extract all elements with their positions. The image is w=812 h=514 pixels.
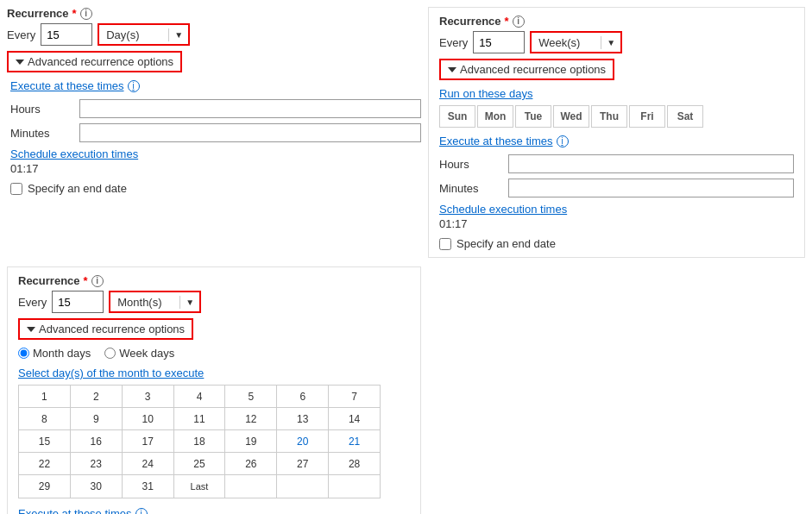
month-unit-arrow[interactable]: ▼ [179,296,199,309]
week-day-sat[interactable]: Sat [667,105,703,128]
calendar-row-5: 29 30 31 Last [19,475,380,498]
month-recurrence-header: Recurrence * i [18,274,410,287]
cal-19[interactable]: 19 [225,430,277,453]
day-every-label: Every [7,28,35,41]
cal-20[interactable]: 20 [277,430,329,453]
month-days-radio[interactable] [18,348,29,359]
week-execute-link[interactable]: Execute at these times i [439,135,794,147]
day-execute-info: i [128,80,140,92]
month-execute-info: i [135,508,148,515]
cal-21[interactable]: 21 [329,430,380,453]
cal-23[interactable]: 23 [71,453,123,475]
calendar-row-1: 1 2 3 4 5 6 7 [19,386,380,408]
cal-8[interactable]: 8 [19,408,71,430]
month-info-icon: i [91,275,104,287]
week-unit-arrow[interactable]: ▼ [601,36,620,49]
select-days-link[interactable]: Select day(s) of the month to execute [18,367,410,379]
week-day-mon[interactable]: Mon [477,105,513,128]
cal-14[interactable]: 14 [329,408,380,430]
month-execute-link[interactable]: Execute at these times i [18,507,410,514]
cal-1[interactable]: 1 [19,386,71,408]
cal-17[interactable]: 17 [123,430,174,453]
cal-4[interactable]: 4 [174,386,226,408]
week-advanced-section[interactable]: Advanced recurrence options [439,59,614,80]
cal-29[interactable]: 29 [19,475,71,498]
day-minutes-label: Minutes [10,127,79,140]
day-hours-input[interactable] [79,99,421,118]
cal-3[interactable]: 3 [123,386,174,408]
cal-10[interactable]: 10 [123,408,174,430]
day-unit-arrow[interactable]: ▼ [168,28,188,41]
cal-25[interactable]: 25 [174,453,226,475]
cal-5[interactable]: 5 [225,386,277,408]
day-execute-link[interactable]: Execute at these times i [10,79,421,92]
cal-empty-1 [225,475,277,498]
day-recurrence-header: Recurrence * i [7,7,421,20]
week-hours-input[interactable] [508,154,794,173]
week-unit-display: Week(s) [532,34,601,51]
day-every-row: Every Day(s) ▼ [7,23,421,46]
cal-30[interactable]: 30 [71,475,123,498]
week-days-radio[interactable] [104,348,116,359]
month-execute-label: Execute at these times [18,507,132,514]
week-day-thu[interactable]: Thu [591,105,627,128]
week-every-input[interactable] [473,31,525,53]
month-every-input[interactable] [52,291,104,313]
cal-11[interactable]: 11 [174,408,226,430]
cal-31[interactable]: 31 [123,475,174,498]
day-minutes-row: Minutes [10,123,421,142]
cal-26[interactable]: 26 [225,453,277,475]
week-panel: Recurrence * i Every Week(s) ▼ Advanced … [428,7,805,258]
cal-empty-3 [329,475,380,498]
cal-7[interactable]: 7 [329,386,380,408]
day-every-input[interactable] [41,23,92,46]
cal-28[interactable]: 28 [329,453,380,475]
week-recurrence-header: Recurrence * i [439,15,794,28]
cal-last[interactable]: Last [174,475,226,498]
month-advanced-section[interactable]: Advanced recurrence options [18,318,193,340]
month-days-radio-label[interactable]: Month days [18,347,91,360]
week-schedule-time: 01:17 [439,217,794,230]
day-info-icon: i [80,8,92,20]
week-day-tue[interactable]: Tue [515,105,551,128]
week-execute-info: i [557,135,569,147]
month-days-radio-text: Month days [33,347,91,360]
week-day-fri[interactable]: Fri [629,105,665,128]
day-advanced-section[interactable]: Advanced recurrence options [7,51,182,72]
day-hours-row: Hours [10,99,421,118]
week-unit-select[interactable]: Week(s) ▼ [530,31,622,53]
week-days-radio-text: Week days [119,347,174,360]
week-day-sun[interactable]: Sun [439,105,475,128]
day-minutes-input[interactable] [79,123,421,142]
day-end-date-checkbox[interactable] [10,183,22,195]
day-unit-display: Day(s) [99,27,168,43]
cal-6[interactable]: 6 [277,386,329,408]
week-hours-label: Hours [439,158,508,171]
month-advanced-triangle [27,327,35,332]
month-calendar: 1 2 3 4 5 6 7 8 9 10 11 12 13 14 15 16 [18,385,381,498]
week-run-on-link[interactable]: Run on these days [439,87,794,100]
week-minutes-row: Minutes [439,179,794,197]
cal-27[interactable]: 27 [277,453,329,475]
week-schedule-link[interactable]: Schedule execution times [439,203,794,216]
week-minutes-input[interactable] [508,179,794,197]
cal-9[interactable]: 9 [71,408,123,430]
cal-13[interactable]: 13 [277,408,329,430]
cal-2[interactable]: 2 [71,386,123,408]
cal-22[interactable]: 22 [19,453,71,475]
cal-24[interactable]: 24 [123,453,174,475]
day-schedule-link[interactable]: Schedule execution times [10,147,421,160]
month-radio-row: Month days Week days [18,347,410,360]
cal-16[interactable]: 16 [71,430,123,453]
calendar-row-4: 22 23 24 25 26 27 28 [19,453,380,475]
cal-18[interactable]: 18 [174,430,226,453]
week-day-wed[interactable]: Wed [553,105,589,128]
month-unit-select[interactable]: Month(s) ▼ [109,291,201,313]
week-end-date-checkbox[interactable] [439,238,451,250]
week-required-star: * [505,15,509,28]
day-unit-select[interactable]: Day(s) ▼ [98,23,190,46]
week-advanced-label: Advanced recurrence options [460,63,606,76]
cal-15[interactable]: 15 [19,430,71,453]
week-days-radio-label[interactable]: Week days [104,347,174,360]
cal-12[interactable]: 12 [225,408,277,430]
